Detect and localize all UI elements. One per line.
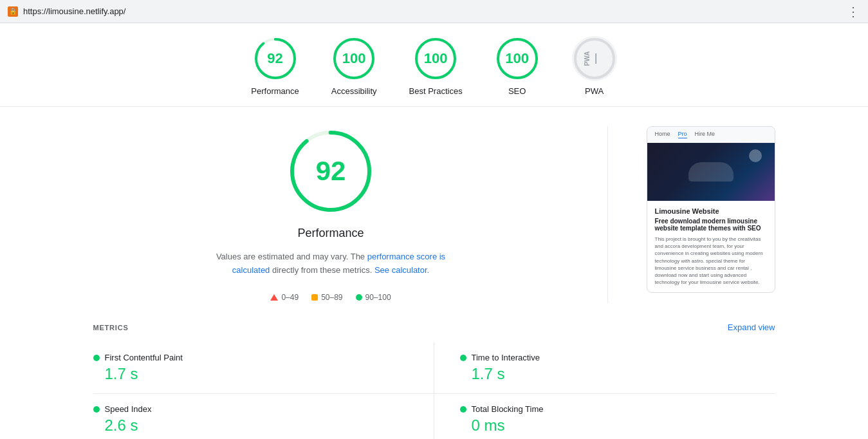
- score-circle-best-practices: 100: [413, 36, 458, 81]
- favicon-icon: 🔒: [8, 6, 18, 17]
- browser-menu-icon[interactable]: ⋮: [847, 4, 860, 19]
- score-value-best-practices: 100: [424, 50, 448, 67]
- legend-fail: 0–49: [270, 293, 299, 302]
- left-panel: 92 Performance Values are estimated and …: [93, 126, 569, 303]
- score-description: Values are estimated and may vary. The p…: [208, 250, 453, 277]
- score-item-accessibility[interactable]: 100 Accessibility: [331, 36, 377, 96]
- svg-text:PWA: PWA: [584, 51, 591, 66]
- metric-tbt-dot: [460, 406, 466, 413]
- score-item-best-practices[interactable]: 100 Best Practices: [409, 36, 463, 96]
- preview-nav-pro: Pro: [678, 131, 687, 138]
- score-label-pwa: PWA: [585, 86, 604, 96]
- main-content: 92 Performance Values are estimated and …: [80, 107, 788, 322]
- preview-text: Limousine Website Free download modern l…: [647, 201, 775, 292]
- description-text: Values are estimated and may vary. The: [216, 252, 365, 261]
- expand-view-link[interactable]: Expand view: [728, 322, 775, 332]
- description-mid: directly from these metrics.: [272, 265, 374, 275]
- score-circle-pwa: PWA —: [572, 36, 617, 81]
- perf-title: Performance: [297, 227, 364, 240]
- preview-nav-home: Home: [655, 131, 670, 138]
- metric-fcp-dot: [93, 355, 100, 361]
- browser-chrome: 🔒 https://limousine.netlify.app/ ⋮: [0, 0, 868, 23]
- metric-fcp-name: First Contentful Paint: [105, 353, 183, 362]
- preview-site-title: Limousine Website: [655, 207, 767, 215]
- score-item-pwa[interactable]: PWA — PWA: [572, 36, 617, 96]
- svg-text:—: —: [590, 53, 601, 64]
- panel-divider: [607, 126, 608, 303]
- right-panel: Home Pro Hire Me Limousine Website Free …: [647, 126, 775, 303]
- car-silhouette: [688, 162, 734, 182]
- metric-tbt-value: 0 ms: [472, 416, 775, 434]
- metric-tbt-header: Total Blocking Time: [460, 404, 775, 414]
- legend-fail-icon: [270, 294, 278, 301]
- metrics-section: METRICS Expand view First Contentful Pai…: [80, 322, 788, 439]
- preview-card: Home Pro Hire Me Limousine Website Free …: [647, 126, 775, 293]
- legend-average: 50–89: [311, 293, 342, 302]
- legend-fail-range: 0–49: [281, 293, 299, 302]
- score-label-best-practices: Best Practices: [409, 86, 463, 96]
- metric-item-tbt: Total Blocking Time 0 ms: [434, 394, 775, 439]
- score-label-seo: SEO: [508, 86, 526, 96]
- score-label-performance: Performance: [251, 86, 299, 96]
- metric-tti-value: 1.7 s: [472, 365, 775, 383]
- big-score-value: 92: [316, 156, 346, 187]
- big-score-circle: 92: [286, 126, 376, 216]
- metric-si-dot: [93, 406, 100, 413]
- metric-fcp-value: 1.7 s: [105, 365, 408, 383]
- metrics-grid: First Contentful Paint 1.7 s Time to Int…: [93, 342, 775, 439]
- metric-item-si: Speed Index 2.6 s: [93, 394, 434, 439]
- metric-tti-dot: [460, 355, 466, 361]
- metric-si-header: Speed Index: [93, 404, 408, 414]
- moon-decoration: [749, 149, 762, 162]
- preview-site-body: This project is brought to you by the cr…: [655, 236, 767, 286]
- metrics-title: METRICS: [93, 324, 129, 332]
- score-value-accessibility: 100: [342, 50, 366, 67]
- metric-tti-name: Time to Interactive: [472, 353, 540, 362]
- url-bar[interactable]: https://limousine.netlify.app/: [23, 6, 847, 16]
- scores-row: 92 Performance 100 Accessibility 100 Bes…: [0, 23, 868, 107]
- score-label-accessibility: Accessibility: [331, 86, 377, 96]
- score-value-performance: 92: [267, 50, 282, 67]
- legend-average-range: 50–89: [321, 293, 342, 302]
- metric-tti-header: Time to Interactive: [460, 353, 775, 362]
- metric-tbt-name: Total Blocking Time: [472, 404, 544, 414]
- score-item-performance[interactable]: 92 Performance: [251, 36, 299, 96]
- legend-pass: 90–100: [356, 293, 391, 302]
- preview-nav: Home Pro Hire Me: [647, 127, 775, 143]
- calculator-link[interactable]: See calculator.: [374, 265, 429, 275]
- score-value-seo: 100: [505, 50, 529, 67]
- legend-pass-range: 90–100: [365, 293, 391, 302]
- score-circle-seo: 100: [495, 36, 540, 81]
- score-item-seo[interactable]: 100 SEO: [495, 36, 540, 96]
- metric-si-value: 2.6 s: [105, 416, 408, 434]
- metric-fcp-header: First Contentful Paint: [93, 353, 408, 362]
- score-circle-accessibility: 100: [331, 36, 376, 81]
- legend-pass-icon: [356, 294, 362, 301]
- metrics-header: METRICS Expand view: [93, 322, 775, 332]
- legend: 0–49 50–89 90–100: [270, 293, 391, 302]
- preview-image: [647, 143, 775, 201]
- metric-item-fcp: First Contentful Paint 1.7 s: [93, 342, 434, 394]
- metric-si-name: Speed Index: [105, 404, 152, 414]
- preview-nav-hireme: Hire Me: [695, 131, 716, 138]
- legend-average-icon: [311, 294, 318, 301]
- score-circle-performance: 92: [253, 36, 298, 81]
- metric-item-tti: Time to Interactive 1.7 s: [434, 342, 775, 394]
- preview-site-subtitle: Free download modern limousine website t…: [655, 218, 767, 232]
